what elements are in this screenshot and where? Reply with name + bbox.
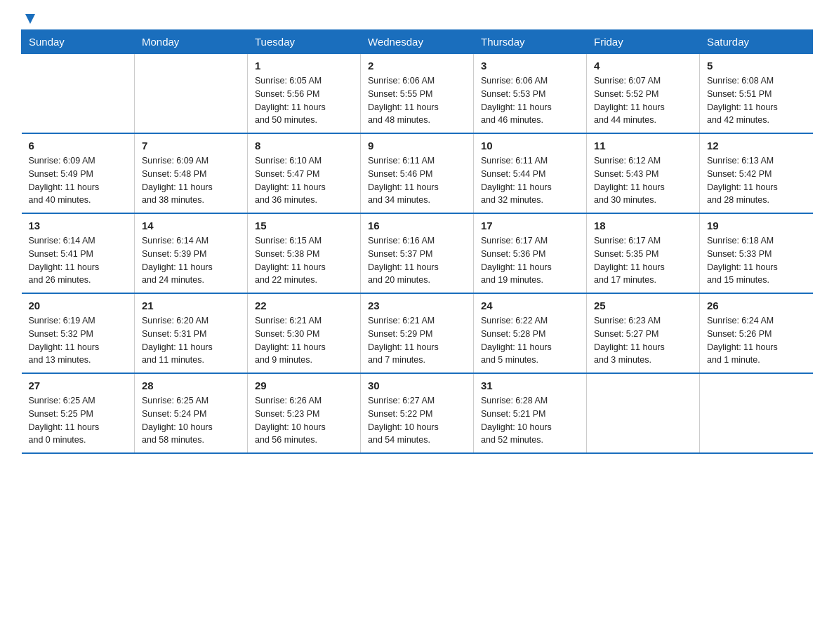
calendar-cell: 16Sunrise: 6:16 AM Sunset: 5:37 PM Dayli… (361, 213, 474, 293)
calendar-cell: 17Sunrise: 6:17 AM Sunset: 5:36 PM Dayli… (474, 213, 587, 293)
day-info: Sunrise: 6:19 AM Sunset: 5:32 PM Dayligh… (29, 314, 128, 367)
day-info: Sunrise: 6:17 AM Sunset: 5:36 PM Dayligh… (481, 234, 579, 287)
day-number: 7 (142, 140, 240, 152)
day-info: Sunrise: 6:14 AM Sunset: 5:41 PM Dayligh… (29, 234, 128, 287)
calendar-cell: 29Sunrise: 6:26 AM Sunset: 5:23 PM Dayli… (248, 373, 361, 453)
day-info: Sunrise: 6:14 AM Sunset: 5:39 PM Dayligh… (142, 234, 240, 287)
logo-triangle-icon (22, 11, 38, 27)
calendar-table: SundayMondayTuesdayWednesdayThursdayFrid… (21, 29, 813, 454)
weekday-header-friday: Friday (587, 30, 700, 54)
calendar-cell: 10Sunrise: 6:11 AM Sunset: 5:44 PM Dayli… (474, 133, 587, 213)
calendar-cell (135, 54, 248, 134)
day-info: Sunrise: 6:25 AM Sunset: 5:25 PM Dayligh… (29, 394, 128, 447)
day-number: 16 (368, 220, 466, 232)
logo-icon (21, 14, 38, 22)
calendar-cell: 25Sunrise: 6:23 AM Sunset: 5:27 PM Dayli… (587, 293, 700, 373)
day-number: 14 (142, 220, 240, 232)
week-row-3: 13Sunrise: 6:14 AM Sunset: 5:41 PM Dayli… (22, 213, 813, 293)
calendar-cell: 22Sunrise: 6:21 AM Sunset: 5:30 PM Dayli… (248, 293, 361, 373)
calendar-cell: 23Sunrise: 6:21 AM Sunset: 5:29 PM Dayli… (361, 293, 474, 373)
day-number: 21 (142, 300, 240, 311)
day-number: 11 (594, 140, 692, 152)
day-number: 3 (481, 60, 579, 72)
calendar-cell: 14Sunrise: 6:14 AM Sunset: 5:39 PM Dayli… (135, 213, 248, 293)
day-info: Sunrise: 6:11 AM Sunset: 5:44 PM Dayligh… (481, 154, 579, 207)
day-info: Sunrise: 6:18 AM Sunset: 5:33 PM Dayligh… (707, 234, 806, 287)
day-info: Sunrise: 6:20 AM Sunset: 5:31 PM Dayligh… (142, 314, 240, 367)
day-info: Sunrise: 6:16 AM Sunset: 5:37 PM Dayligh… (368, 234, 466, 287)
week-row-1: 1Sunrise: 6:05 AM Sunset: 5:56 PM Daylig… (22, 54, 813, 134)
day-info: Sunrise: 6:05 AM Sunset: 5:56 PM Dayligh… (255, 74, 353, 127)
calendar-cell (587, 373, 700, 453)
svg-marker-0 (25, 14, 35, 24)
day-number: 25 (594, 300, 692, 311)
day-number: 4 (594, 60, 692, 72)
day-number: 19 (707, 220, 806, 232)
day-number: 6 (29, 140, 128, 152)
day-info: Sunrise: 6:10 AM Sunset: 5:47 PM Dayligh… (255, 154, 353, 207)
day-info: Sunrise: 6:09 AM Sunset: 5:48 PM Dayligh… (142, 154, 240, 207)
day-number: 27 (29, 380, 128, 391)
day-number: 1 (255, 60, 353, 72)
week-row-5: 27Sunrise: 6:25 AM Sunset: 5:25 PM Dayli… (22, 373, 813, 453)
day-info: Sunrise: 6:23 AM Sunset: 5:27 PM Dayligh… (594, 314, 692, 367)
calendar-cell: 12Sunrise: 6:13 AM Sunset: 5:42 PM Dayli… (700, 133, 813, 213)
calendar-cell: 1Sunrise: 6:05 AM Sunset: 5:56 PM Daylig… (248, 54, 361, 134)
calendar-cell: 6Sunrise: 6:09 AM Sunset: 5:49 PM Daylig… (22, 133, 135, 213)
day-info: Sunrise: 6:08 AM Sunset: 5:51 PM Dayligh… (707, 74, 806, 127)
day-info: Sunrise: 6:15 AM Sunset: 5:38 PM Dayligh… (255, 234, 353, 287)
day-info: Sunrise: 6:21 AM Sunset: 5:29 PM Dayligh… (368, 314, 466, 367)
weekday-header-wednesday: Wednesday (361, 30, 474, 54)
week-row-4: 20Sunrise: 6:19 AM Sunset: 5:32 PM Dayli… (22, 293, 813, 373)
day-number: 18 (594, 220, 692, 232)
day-info: Sunrise: 6:26 AM Sunset: 5:23 PM Dayligh… (255, 394, 353, 447)
day-number: 9 (368, 140, 466, 152)
day-info: Sunrise: 6:25 AM Sunset: 5:24 PM Dayligh… (142, 394, 240, 447)
calendar-cell: 11Sunrise: 6:12 AM Sunset: 5:43 PM Dayli… (587, 133, 700, 213)
day-number: 10 (481, 140, 579, 152)
calendar-cell: 21Sunrise: 6:20 AM Sunset: 5:31 PM Dayli… (135, 293, 248, 373)
day-number: 28 (142, 380, 240, 391)
day-number: 31 (481, 380, 579, 391)
day-info: Sunrise: 6:06 AM Sunset: 5:55 PM Dayligh… (368, 74, 466, 127)
page-header (21, 14, 813, 22)
calendar-cell: 7Sunrise: 6:09 AM Sunset: 5:48 PM Daylig… (135, 133, 248, 213)
day-number: 8 (255, 140, 353, 152)
day-info: Sunrise: 6:27 AM Sunset: 5:22 PM Dayligh… (368, 394, 466, 447)
calendar-cell: 13Sunrise: 6:14 AM Sunset: 5:41 PM Dayli… (22, 213, 135, 293)
calendar-cell: 9Sunrise: 6:11 AM Sunset: 5:46 PM Daylig… (361, 133, 474, 213)
calendar-cell: 19Sunrise: 6:18 AM Sunset: 5:33 PM Dayli… (700, 213, 813, 293)
day-info: Sunrise: 6:24 AM Sunset: 5:26 PM Dayligh… (707, 314, 806, 367)
day-number: 30 (368, 380, 466, 391)
day-number: 2 (368, 60, 466, 72)
calendar-cell: 24Sunrise: 6:22 AM Sunset: 5:28 PM Dayli… (474, 293, 587, 373)
calendar-cell: 31Sunrise: 6:28 AM Sunset: 5:21 PM Dayli… (474, 373, 587, 453)
day-info: Sunrise: 6:17 AM Sunset: 5:35 PM Dayligh… (594, 234, 692, 287)
day-info: Sunrise: 6:09 AM Sunset: 5:49 PM Dayligh… (29, 154, 128, 207)
day-number: 29 (255, 380, 353, 391)
calendar-cell: 30Sunrise: 6:27 AM Sunset: 5:22 PM Dayli… (361, 373, 474, 453)
day-number: 23 (368, 300, 466, 311)
day-number: 26 (707, 300, 806, 311)
day-number: 24 (481, 300, 579, 311)
week-row-2: 6Sunrise: 6:09 AM Sunset: 5:49 PM Daylig… (22, 133, 813, 213)
calendar-cell: 8Sunrise: 6:10 AM Sunset: 5:47 PM Daylig… (248, 133, 361, 213)
day-number: 12 (707, 140, 806, 152)
logo (21, 14, 38, 22)
calendar-cell: 5Sunrise: 6:08 AM Sunset: 5:51 PM Daylig… (700, 54, 813, 134)
weekday-header-thursday: Thursday (474, 30, 587, 54)
day-number: 5 (707, 60, 806, 72)
weekday-header-saturday: Saturday (700, 30, 813, 54)
weekday-header-row: SundayMondayTuesdayWednesdayThursdayFrid… (22, 30, 813, 54)
day-info: Sunrise: 6:06 AM Sunset: 5:53 PM Dayligh… (481, 74, 579, 127)
calendar-cell: 27Sunrise: 6:25 AM Sunset: 5:25 PM Dayli… (22, 373, 135, 453)
day-info: Sunrise: 6:13 AM Sunset: 5:42 PM Dayligh… (707, 154, 806, 207)
calendar-cell: 3Sunrise: 6:06 AM Sunset: 5:53 PM Daylig… (474, 54, 587, 134)
calendar-cell: 18Sunrise: 6:17 AM Sunset: 5:35 PM Dayli… (587, 213, 700, 293)
day-info: Sunrise: 6:07 AM Sunset: 5:52 PM Dayligh… (594, 74, 692, 127)
day-info: Sunrise: 6:12 AM Sunset: 5:43 PM Dayligh… (594, 154, 692, 207)
weekday-header-monday: Monday (135, 30, 248, 54)
day-info: Sunrise: 6:22 AM Sunset: 5:28 PM Dayligh… (481, 314, 579, 367)
calendar-cell (700, 373, 813, 453)
calendar-cell: 20Sunrise: 6:19 AM Sunset: 5:32 PM Dayli… (22, 293, 135, 373)
